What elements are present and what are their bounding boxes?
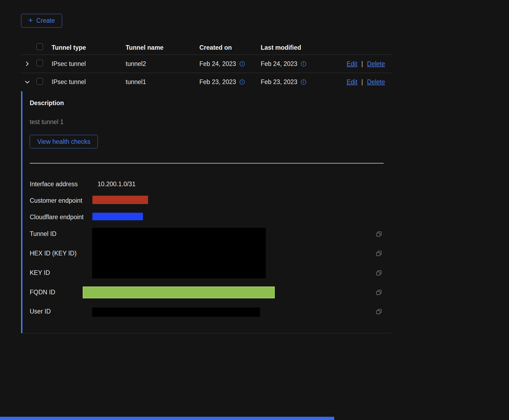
copy-icon <box>376 308 382 315</box>
tunnel-id-label: Tunnel ID <box>30 230 56 238</box>
copy-hex-id-button[interactable] <box>376 250 383 257</box>
key-id-label: KEY ID <box>30 269 50 276</box>
cloudflare-endpoint-redacted-value <box>92 213 143 220</box>
info-icon[interactable] <box>239 61 245 67</box>
hex-id-label: HEX ID (KEY ID) <box>30 250 76 257</box>
column-header-tunnel-name: Tunnel name <box>126 44 199 51</box>
copy-user-id-button[interactable] <box>376 308 383 315</box>
tunnel-hex-key-id-redacted-block <box>92 228 266 278</box>
cloudflare-endpoint-label: Cloudflare endpoint <box>30 214 83 221</box>
interface-address-value: 10.200.1.0/31 <box>98 181 136 188</box>
fqdn-id-redacted-value <box>83 286 275 298</box>
tunnels-table: Tunnel type Tunnel name Created on Last … <box>21 41 392 91</box>
row-checkbox[interactable] <box>36 60 43 66</box>
chevron-down-icon <box>24 79 30 85</box>
create-button-label: Create <box>36 17 55 24</box>
copy-tunnel-id-button[interactable] <box>376 231 383 238</box>
copy-icon <box>376 250 382 257</box>
info-icon[interactable] <box>301 79 306 85</box>
action-separator: | <box>361 78 363 86</box>
create-button[interactable]: + Create <box>21 14 62 28</box>
row-checkbox[interactable] <box>36 78 43 85</box>
column-header-last-modified: Last modified <box>261 44 346 51</box>
delete-button[interactable]: Delete <box>367 78 385 86</box>
last-modified-cell: Feb 23, 2023 <box>261 78 297 86</box>
column-header-tunnel-type: Tunnel type <box>52 44 126 51</box>
tunnel-details-panel: Description test tunnel 1 View health ch… <box>21 91 392 333</box>
copy-key-id-button[interactable] <box>376 269 383 276</box>
info-icon[interactable] <box>239 79 245 85</box>
delete-button[interactable]: Delete <box>367 60 385 68</box>
horizontal-scrollbar-thumb[interactable] <box>0 417 334 420</box>
tunnel-type-cell: IPsec tunnel <box>52 60 126 68</box>
copy-icon <box>376 231 382 237</box>
edit-button[interactable]: Edit <box>347 60 357 68</box>
expand-row-button[interactable] <box>23 60 31 68</box>
collapse-row-button[interactable] <box>23 78 31 86</box>
interface-address-label: Interface address <box>30 181 78 188</box>
created-on-cell: Feb 24, 2023 <box>199 60 236 68</box>
description-label: Description <box>30 99 64 107</box>
table-row: IPsec tunnel tunnel1 Feb 23, 2023 Feb 23… <box>21 73 392 91</box>
tunnel-name-cell: tunnel2 <box>126 60 199 68</box>
copy-fqdn-id-button[interactable] <box>376 289 383 296</box>
user-id-redacted-value <box>92 308 260 317</box>
select-all-checkbox[interactable] <box>36 44 43 50</box>
user-id-label: User ID <box>30 308 51 315</box>
copy-icon <box>376 270 382 276</box>
table-header-row: Tunnel type Tunnel name Created on Last … <box>21 41 392 55</box>
section-divider <box>30 163 384 164</box>
view-health-checks-button[interactable]: View health checks <box>30 135 98 148</box>
chevron-right-icon <box>24 61 30 67</box>
action-separator: | <box>361 60 363 68</box>
created-on-cell: Feb 23, 2023 <box>199 78 236 86</box>
tunnel-name-cell: tunnel1 <box>126 78 199 86</box>
info-icon[interactable] <box>301 61 306 67</box>
customer-endpoint-redacted-value <box>92 196 148 204</box>
column-header-created-on: Created on <box>199 44 261 51</box>
last-modified-cell: Feb 24, 2023 <box>261 60 297 68</box>
tunnel-type-cell: IPsec tunnel <box>52 78 126 86</box>
edit-button[interactable]: Edit <box>347 78 357 86</box>
description-value: test tunnel 1 <box>30 118 63 126</box>
customer-endpoint-label: Customer endpoint <box>30 197 82 204</box>
table-row: IPsec tunnel tunnel2 Feb 24, 2023 Feb 24… <box>21 55 392 73</box>
plus-icon: + <box>28 16 33 24</box>
fqdn-id-label: FQDN ID <box>30 289 55 296</box>
copy-icon <box>376 289 382 296</box>
